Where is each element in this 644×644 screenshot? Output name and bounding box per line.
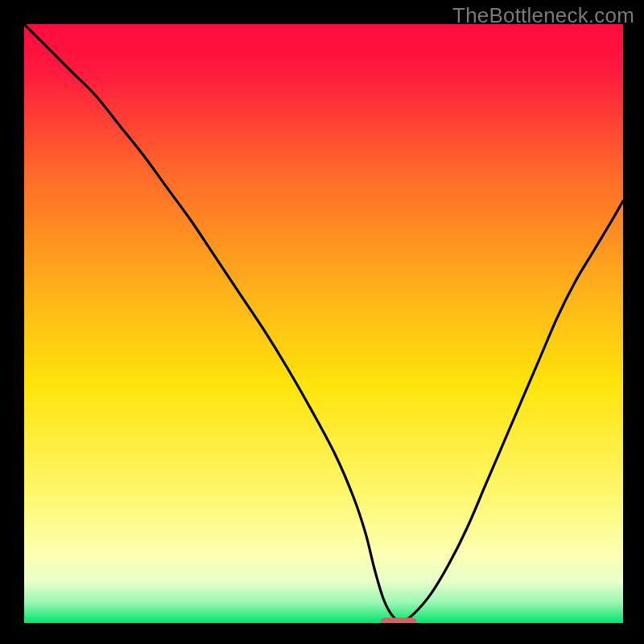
watermark-text: TheBottleneck.com — [452, 3, 634, 28]
chart-frame: TheBottleneck.com — [0, 0, 644, 644]
chart-svg — [24, 24, 623, 623]
bottleneck-marker — [381, 617, 417, 623]
plot-area — [24, 24, 623, 623]
gradient-background — [24, 24, 623, 623]
